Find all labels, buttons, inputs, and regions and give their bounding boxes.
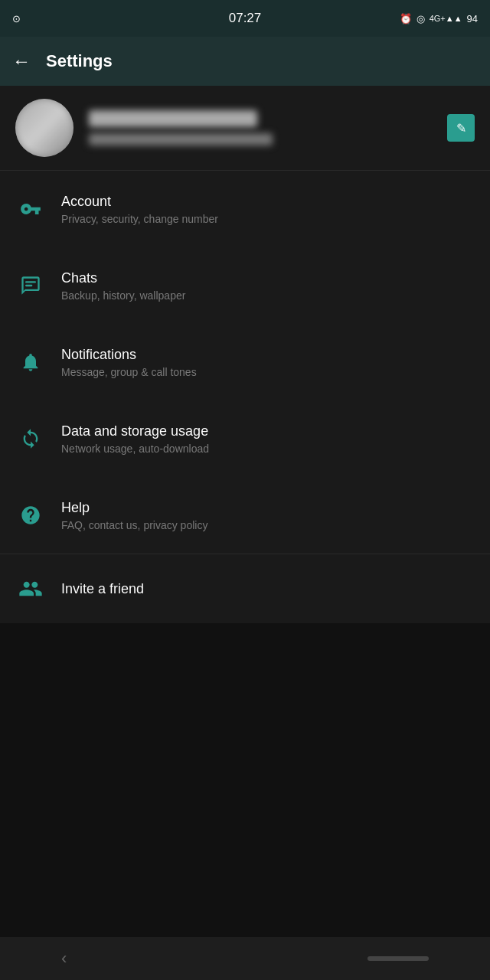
data-icon xyxy=(18,426,43,451)
invite-friend-button[interactable]: Invite a friend xyxy=(0,554,490,623)
profile-info xyxy=(89,110,432,145)
chat-icon xyxy=(18,273,43,298)
status-bar-left: ⊙ xyxy=(12,13,21,24)
signal-icon: 4G+▲▲ xyxy=(430,14,462,23)
svg-rect-0 xyxy=(25,281,36,283)
svg-rect-1 xyxy=(25,285,32,286)
edit-icon: ✎ xyxy=(456,121,466,136)
alarm-icon: ⏰ xyxy=(400,13,412,24)
profile-section[interactable]: ✎ xyxy=(0,86,490,170)
invite-section: Invite a friend xyxy=(0,554,490,623)
bell-icon xyxy=(18,350,43,374)
chats-title: Chats xyxy=(61,270,185,286)
status-time: 07:27 xyxy=(229,11,262,26)
page-title: Settings xyxy=(46,51,113,71)
profile-name xyxy=(89,110,257,127)
invite-icon xyxy=(18,577,43,601)
settings-list: Account Privacy, security, change number… xyxy=(0,171,490,554)
notifications-subtitle: Message, group & call tones xyxy=(61,366,197,378)
network-icon: ⊙ xyxy=(12,13,21,24)
nav-back-button[interactable]: ‹ xyxy=(61,949,67,969)
settings-item-notifications[interactable]: Notifications Message, group & call tone… xyxy=(0,324,490,400)
account-title: Account xyxy=(61,194,218,210)
nav-bar: ‹ xyxy=(0,937,490,980)
back-button[interactable]: ← xyxy=(12,51,31,72)
status-bar-right: ⏰ ◎ 4G+▲▲ 94 xyxy=(400,13,478,24)
toolbar: ← Settings xyxy=(0,37,490,86)
wifi-icon: ◎ xyxy=(416,13,425,24)
profile-edit-button[interactable]: ✎ xyxy=(447,114,475,142)
invite-label: Invite a friend xyxy=(61,581,144,597)
data-storage-subtitle: Network usage, auto-download xyxy=(61,443,209,455)
nav-pill xyxy=(368,956,429,961)
data-storage-text: Data and storage usage Network usage, au… xyxy=(61,423,209,455)
data-storage-title: Data and storage usage xyxy=(61,423,209,439)
key-icon xyxy=(18,197,43,221)
profile-status xyxy=(89,133,273,145)
help-title: Help xyxy=(61,500,207,516)
notifications-title: Notifications xyxy=(61,347,197,363)
settings-item-chats[interactable]: Chats Backup, history, wallpaper xyxy=(0,247,490,324)
help-text: Help FAQ, contact us, privacy policy xyxy=(61,500,207,531)
account-text: Account Privacy, security, change number xyxy=(61,194,218,225)
settings-item-account[interactable]: Account Privacy, security, change number xyxy=(0,171,490,247)
help-subtitle: FAQ, contact us, privacy policy xyxy=(61,519,207,531)
chats-subtitle: Backup, history, wallpaper xyxy=(61,289,185,302)
settings-item-data-storage[interactable]: Data and storage usage Network usage, au… xyxy=(0,400,490,477)
chats-text: Chats Backup, history, wallpaper xyxy=(61,270,185,302)
notifications-text: Notifications Message, group & call tone… xyxy=(61,347,197,378)
avatar xyxy=(15,99,74,157)
account-subtitle: Privacy, security, change number xyxy=(61,213,218,225)
avatar-image xyxy=(15,99,74,157)
status-bar: ⊙ 07:27 ⏰ ◎ 4G+▲▲ 94 xyxy=(0,0,490,37)
battery-icon: 94 xyxy=(467,13,478,24)
settings-item-help[interactable]: Help FAQ, contact us, privacy policy xyxy=(0,477,490,554)
help-icon xyxy=(18,503,43,528)
